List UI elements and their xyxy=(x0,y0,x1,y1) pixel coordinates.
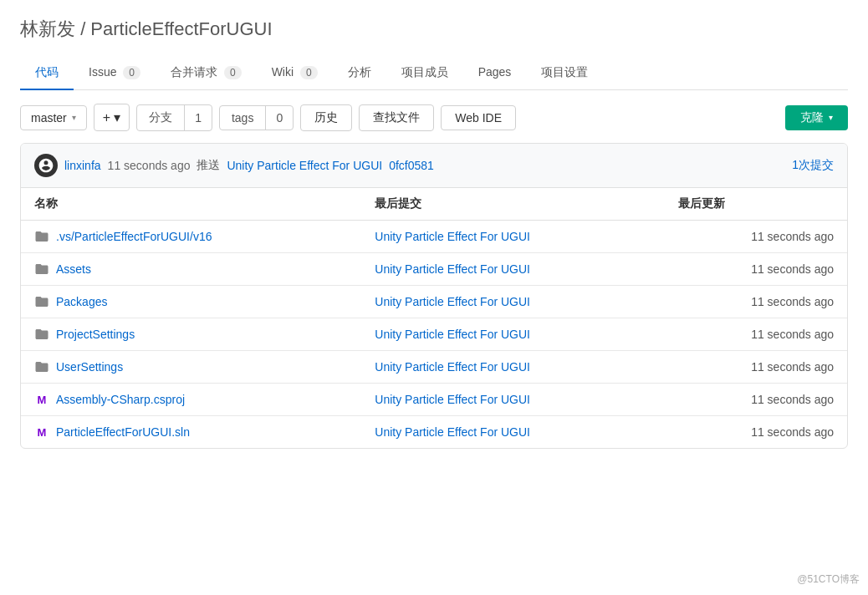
file-name-cell: M ParticleEffectForUGUI.sln xyxy=(21,416,361,449)
file-commit-cell: Unity Particle Effect For UGUI xyxy=(361,384,665,416)
repo-owner[interactable]: 林新发 xyxy=(20,18,75,39)
separator: / xyxy=(80,18,90,39)
commit-hash-link[interactable]: 0fcf0581 xyxy=(389,159,434,172)
file-table: 名称 最后提交 最后更新 .vs/ParticleEffectForUGUI/v… xyxy=(21,188,847,448)
file-updated-cell: 11 seconds ago xyxy=(665,318,847,351)
tab-members[interactable]: 项目成员 xyxy=(386,57,463,90)
history-button[interactable]: 历史 xyxy=(300,104,352,131)
file-commit-cell: Unity Particle Effect For UGUI xyxy=(361,351,665,384)
table-row: Assets Unity Particle Effect For UGUI 11… xyxy=(21,253,847,286)
folder-icon xyxy=(34,359,49,374)
file-link[interactable]: Assembly-CSharp.csproj xyxy=(56,393,185,406)
branch-count-label: 分支 xyxy=(137,105,185,130)
branch-label: master xyxy=(31,111,67,125)
th-updated: 最后更新 xyxy=(665,188,847,221)
plus-chevron-icon: ▾ xyxy=(114,109,120,125)
toolbar: master ▾ + ▾ 分支 1 tags 0 历史 查找文件 Web IDE… xyxy=(20,104,848,131)
tab-issue[interactable]: Issue 0 xyxy=(74,57,156,90)
file-commit-link[interactable]: Unity Particle Effect For UGUI xyxy=(375,295,530,308)
tab-merge-label: 合并请求 xyxy=(171,65,217,79)
file-updated-cell: 11 seconds ago xyxy=(665,286,847,318)
tab-wiki-badge: 0 xyxy=(300,66,318,79)
tags-count-value: 0 xyxy=(266,106,293,130)
file-name-cell: UserSettings xyxy=(21,351,361,384)
file-commit-cell: Unity Particle Effect For UGUI xyxy=(361,286,665,318)
file-link[interactable]: .vs/ParticleEffectForUGUI/v16 xyxy=(56,230,212,243)
vs-icon: M xyxy=(34,425,49,440)
file-commit-cell: Unity Particle Effect For UGUI xyxy=(361,253,665,286)
tab-settings[interactable]: 项目设置 xyxy=(526,57,603,90)
folder-icon xyxy=(34,262,49,277)
tab-merge-badge: 0 xyxy=(224,66,242,79)
file-name-cell: M Assembly-CSharp.csproj xyxy=(21,384,361,416)
commit-time: 11 seconds ago xyxy=(108,159,191,172)
file-link[interactable]: ProjectSettings xyxy=(56,328,135,341)
folder-icon xyxy=(34,327,49,342)
table-row: M ParticleEffectForUGUI.sln Unity Partic… xyxy=(21,416,847,449)
add-button[interactable]: + ▾ xyxy=(94,104,130,131)
vs-icon: M xyxy=(34,392,49,407)
commits-count-link[interactable]: 1次提交 xyxy=(792,158,834,173)
nav-tabs: 代码 Issue 0 合并请求 0 Wiki 0 分析 项目成员 Pages 项… xyxy=(20,57,848,90)
file-name-cell: .vs/ParticleEffectForUGUI/v16 xyxy=(21,221,361,253)
tags-label: tags xyxy=(220,106,266,130)
plus-icon: + xyxy=(103,110,110,125)
file-commit-cell: Unity Particle Effect For UGUI xyxy=(361,318,665,351)
th-commit: 最后提交 xyxy=(361,188,665,221)
tab-merge[interactable]: 合并请求 0 xyxy=(156,57,257,90)
chevron-down-icon: ▾ xyxy=(72,113,76,122)
file-link[interactable]: Packages xyxy=(56,295,107,308)
tab-wiki[interactable]: Wiki 0 xyxy=(257,57,333,90)
file-commit-link[interactable]: Unity Particle Effect For UGUI xyxy=(375,230,530,243)
avatar xyxy=(34,154,58,177)
clone-label: 克隆 xyxy=(800,110,824,125)
table-row: M Assembly-CSharp.csproj Unity Particle … xyxy=(21,384,847,416)
file-commit-link[interactable]: Unity Particle Effect For UGUI xyxy=(375,360,530,374)
tab-wiki-label: Wiki xyxy=(272,65,294,79)
file-commit-cell: Unity Particle Effect For UGUI xyxy=(361,221,665,253)
file-commit-cell: Unity Particle Effect For UGUI xyxy=(361,416,665,449)
content-box: linxinfa 11 seconds ago 推送 Unity Particl… xyxy=(20,143,848,449)
file-commit-link[interactable]: Unity Particle Effect For UGUI xyxy=(375,425,530,439)
tab-issue-label: Issue xyxy=(89,65,116,79)
file-commit-link[interactable]: Unity Particle Effect For UGUI xyxy=(375,262,530,276)
table-row: UserSettings Unity Particle Effect For U… xyxy=(21,351,847,384)
file-updated-cell: 11 seconds ago xyxy=(665,384,847,416)
file-name-cell: Packages xyxy=(21,286,361,318)
branch-counter[interactable]: 分支 1 xyxy=(136,104,212,131)
branch-selector[interactable]: master ▾ xyxy=(20,105,87,130)
folder-icon xyxy=(34,229,49,244)
commit-title-link[interactable]: Unity Particle Effect For UGUI xyxy=(227,159,382,172)
tab-analysis[interactable]: 分析 xyxy=(333,57,386,90)
tab-issue-badge: 0 xyxy=(123,66,140,79)
web-ide-button[interactable]: Web IDE xyxy=(441,105,516,130)
tab-pages[interactable]: Pages xyxy=(463,57,527,90)
table-row: ProjectSettings Unity Particle Effect Fo… xyxy=(21,318,847,351)
clone-chevron-icon: ▾ xyxy=(829,113,833,122)
commit-bar: linxinfa 11 seconds ago 推送 Unity Particl… xyxy=(21,144,847,188)
tags-counter[interactable]: tags 0 xyxy=(219,105,294,130)
file-updated-cell: 11 seconds ago xyxy=(665,221,847,253)
clone-button[interactable]: 克隆 ▾ xyxy=(785,105,848,130)
file-commit-link[interactable]: Unity Particle Effect For UGUI xyxy=(375,393,530,406)
table-row: .vs/ParticleEffectForUGUI/v16 Unity Part… xyxy=(21,221,847,253)
file-name-cell: Assets xyxy=(21,253,361,286)
repo-name[interactable]: ParticleEffectForUGUI xyxy=(90,18,272,39)
file-updated-cell: 11 seconds ago xyxy=(665,253,847,286)
file-updated-cell: 11 seconds ago xyxy=(665,351,847,384)
push-text: 推送 xyxy=(197,158,220,173)
file-commit-link[interactable]: Unity Particle Effect For UGUI xyxy=(375,328,530,341)
file-link[interactable]: ParticleEffectForUGUI.sln xyxy=(56,425,190,439)
find-file-button[interactable]: 查找文件 xyxy=(359,104,434,131)
file-link[interactable]: UserSettings xyxy=(56,360,123,374)
file-updated-cell: 11 seconds ago xyxy=(665,416,847,449)
page-title: 林新发 / ParticleEffectForUGUI xyxy=(20,17,848,42)
file-link[interactable]: Assets xyxy=(56,262,91,276)
th-name: 名称 xyxy=(21,188,361,221)
branch-count-value: 1 xyxy=(185,106,212,130)
folder-icon xyxy=(34,294,49,309)
file-name-cell: ProjectSettings xyxy=(21,318,361,351)
table-row: Packages Unity Particle Effect For UGUI … xyxy=(21,286,847,318)
commit-user-link[interactable]: linxinfa xyxy=(64,159,101,172)
tab-code[interactable]: 代码 xyxy=(20,57,74,90)
